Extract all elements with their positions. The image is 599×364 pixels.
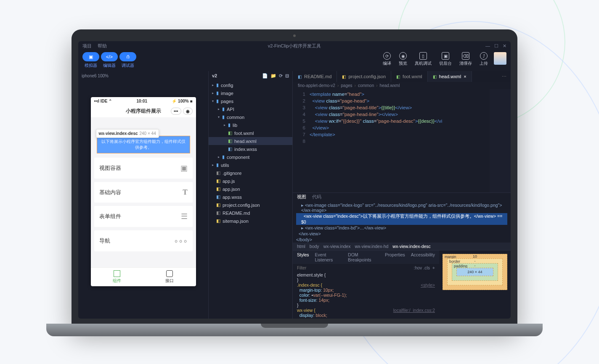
file-tree: ▸▮config▸▮image▾▮pages▸▮API▾▮common▸▮lib… [209, 80, 292, 319]
devtools-tab-code[interactable]: 代码 [312, 194, 321, 200]
close-button[interactable]: ✕ [503, 43, 506, 49]
menu-bar: 项目 帮助 v2-FinClip小程序开发工具 — ☐ ✕ [78, 41, 511, 50]
styles-filter-input[interactable] [297, 265, 414, 270]
crumb-item[interactable]: body [310, 244, 319, 249]
file-item[interactable]: ◧project.config.json [209, 201, 292, 209]
file-item[interactable]: ◧head.wxml [209, 137, 292, 145]
devtools-tab-view[interactable]: 视图 [297, 194, 306, 200]
new-file-icon[interactable]: 📄 [262, 73, 268, 79]
mode-debugger[interactable]: ⫛ [119, 52, 136, 61]
editor-tab[interactable]: ◧foot.wxml [391, 71, 427, 82]
toolbar: ▣模拟器 </>编辑器 ⫛调试器 ⟳编译 ◉预览 ▯真机调试 ▣切后台 ⌫清缓存… [78, 50, 511, 71]
max-button[interactable]: ☐ [494, 43, 498, 49]
code-content[interactable]: <template name="head"> <view class="page… [310, 89, 490, 193]
qr-icon [114, 270, 120, 277]
folder-item[interactable]: ▸▮component [209, 153, 292, 161]
accessibility-tab[interactable]: Accessibility [411, 252, 435, 262]
file-item[interactable]: ◧foot.wxml [209, 129, 292, 137]
folder-item[interactable]: ▾▮pages [209, 97, 292, 105]
highlighted-element: 以下将展示小程序官方组件能力，组件样式仅供参考。 [97, 136, 190, 153]
carrier-label: ••ıl IDE ⌃ [94, 99, 112, 103]
category-item[interactable]: 视图容器▣ [94, 158, 193, 179]
laptop-frame: 项目 帮助 v2-FinClip小程序开发工具 — ☐ ✕ ▣模拟器 </>编辑… [72, 29, 517, 336]
event-listeners-tab[interactable]: Event Listeners [315, 252, 342, 262]
devtools: 视图 代码 ▸ <wx-image class="index-logo" src… [293, 193, 511, 319]
hov-toggle[interactable]: :hov .cls [414, 265, 430, 270]
crumb-item[interactable]: wx-view.index-hd [355, 244, 388, 249]
menu-project[interactable]: 项目 [82, 43, 92, 49]
simulator-panel: iphone6 100% ••ıl IDE ⌃ 10:01 ⚡ 100% ■ 小… [78, 71, 209, 319]
file-item[interactable]: ◧sitemap.json [209, 217, 292, 225]
explorer-root[interactable]: v2 [212, 73, 217, 78]
refresh-icon[interactable]: ⟳ [279, 73, 283, 79]
file-item[interactable]: ◧.gitignore [209, 169, 292, 177]
mode-editor[interactable]: </> [101, 52, 118, 61]
folder-item[interactable]: ▸▮lib [209, 121, 292, 129]
mode-label: 编辑器 [103, 63, 116, 69]
upload-button[interactable]: ⤴上传 [480, 52, 488, 66]
editor-tab[interactable]: ◧head.wxml× [428, 71, 472, 82]
status-battery: ⚡ 100% ■ [172, 99, 192, 103]
folder-item[interactable]: ▸▮config [209, 81, 292, 89]
element-inspector-tooltip: wx-view.index-desc240 × 44 [96, 129, 159, 138]
file-item[interactable]: ◧README.md [209, 209, 292, 217]
line-gutter: 12345678 [293, 89, 310, 193]
file-explorer: v2 📄 📁 ⟳ ⊟ ▸▮config▸▮image▾▮pages▸▮API▾▮… [209, 71, 293, 319]
text-icon: 𝐓 [183, 188, 188, 197]
collapse-icon[interactable]: ⊟ [285, 73, 289, 79]
minimap[interactable] [490, 89, 511, 193]
mode-label: 模拟器 [85, 63, 97, 69]
more-tabs-button[interactable]: ⋯ [498, 74, 511, 79]
dots-icon: ∘∘∘ [174, 236, 188, 245]
box-model: margin10 border- padding- 240 × 44 [439, 251, 511, 319]
container-icon: ▣ [180, 164, 188, 173]
crumb-item[interactable]: wx-view.index [323, 244, 351, 249]
category-item[interactable]: 导航∘∘∘ [94, 230, 193, 251]
folder-item[interactable]: ▸▮API [209, 105, 292, 113]
tab-api[interactable]: 接口 [143, 268, 196, 286]
folder-item[interactable]: ▾▮common [209, 113, 292, 121]
new-folder-icon[interactable]: 📁 [270, 73, 276, 79]
styles-panel: Styles Event Listeners DOM Breakpoints P… [293, 251, 439, 319]
user-avatar[interactable] [494, 52, 506, 65]
remote-debug-button[interactable]: ▯真机调试 [415, 52, 432, 66]
file-item[interactable]: ◧app.json [209, 185, 292, 193]
mode-label: 调试器 [122, 63, 134, 69]
min-button[interactable]: — [485, 43, 490, 49]
capsule-close[interactable]: ◉ [183, 108, 193, 115]
file-item[interactable]: ◧app.wxss [209, 193, 292, 201]
sim-device-info: iphone6 100% [78, 71, 208, 80]
editor-area: ◧README.md◧project.config.json◧foot.wxml… [293, 71, 511, 319]
editor-tab[interactable]: ◧project.config.json [337, 71, 391, 82]
background-button[interactable]: ▣切后台 [439, 52, 452, 66]
file-item[interactable]: ◧app.js [209, 177, 292, 185]
capsule-more[interactable]: ••• [171, 108, 181, 115]
category-item[interactable]: 表单组件☰ [94, 206, 193, 227]
clear-cache-button[interactable]: ⌫清缓存 [459, 52, 472, 66]
menu-help[interactable]: 帮助 [98, 43, 107, 49]
editor-tab[interactable]: ◧README.md [293, 71, 337, 82]
compile-button[interactable]: ⟳编译 [383, 52, 391, 66]
page-title: 小程序组件展示 [126, 108, 161, 115]
dom-breakpoints-tab[interactable]: DOM Breakpoints [348, 252, 379, 262]
css-rules[interactable]: element.style { } <style>.index-desc { m… [293, 272, 439, 319]
file-item[interactable]: ◧index.wxss [209, 145, 292, 153]
code-editor[interactable]: 12345678 <template name="head"> <view cl… [293, 89, 511, 193]
category-item[interactable]: 基础内容𝐓 [94, 182, 193, 203]
crumb-item[interactable]: html [297, 244, 305, 249]
window-title: v2-FinClip小程序开发工具 [268, 43, 321, 49]
folder-item[interactable]: ▸▮image [209, 89, 292, 97]
mode-simulator[interactable]: ▣ [82, 52, 99, 61]
phone-simulator: ••ıl IDE ⌃ 10:01 ⚡ 100% ■ 小程序组件展示 ••• ◉ … [91, 97, 196, 286]
elements-tree[interactable]: ▸ <wx-image class="index-logo" src="../r… [293, 201, 511, 243]
folder-item[interactable]: ▸▮utils [209, 161, 292, 169]
editor-tabs: ◧README.md◧project.config.json◧foot.wxml… [293, 71, 511, 82]
styles-tab[interactable]: Styles [297, 252, 309, 262]
status-time: 10:01 [137, 99, 148, 103]
list-icon: ☰ [181, 212, 188, 221]
crumb-item[interactable]: wx-view.index-desc [392, 244, 430, 249]
app-window: 项目 帮助 v2-FinClip小程序开发工具 — ☐ ✕ ▣模拟器 </>编辑… [78, 41, 511, 319]
properties-tab[interactable]: Properties [385, 252, 405, 262]
tab-component[interactable]: 组件 [91, 268, 143, 286]
preview-button[interactable]: ◉预览 [399, 52, 407, 66]
